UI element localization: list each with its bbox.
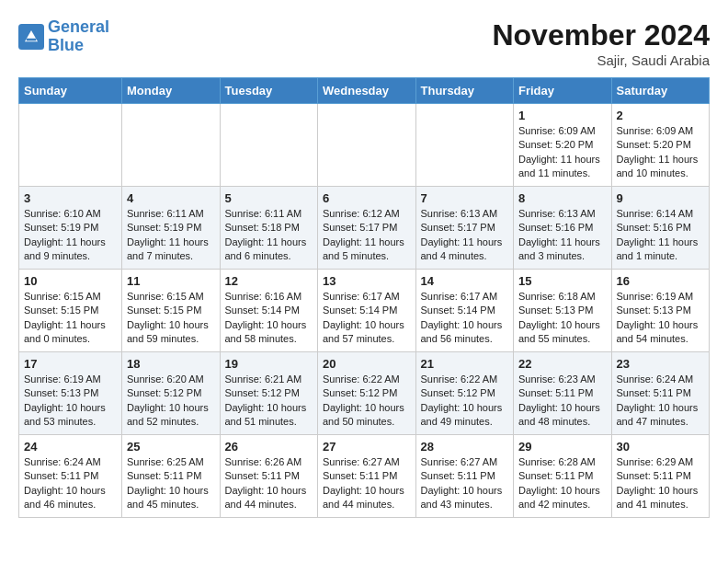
day-info: Sunrise: 6:19 AM (24, 373, 117, 386)
day-info: Sunset: 5:11 PM (518, 469, 607, 483)
day-info: Sunset: 5:20 PM (617, 138, 705, 152)
day-info: Daylight: 10 hours and 57 minutes. (323, 318, 411, 347)
title-block: November 2024 Sajir, Saudi Arabia (492, 18, 710, 68)
day-info: Daylight: 10 hours and 59 minutes. (127, 318, 215, 347)
day-number: 28 (421, 440, 509, 454)
day-info: Sunset: 5:11 PM (24, 469, 117, 483)
day-info: Daylight: 10 hours and 47 minutes. (617, 401, 705, 430)
day-info: Sunset: 5:11 PM (421, 469, 509, 483)
calendar-cell: 21Sunrise: 6:22 AMSunset: 5:12 PMDayligh… (415, 352, 514, 435)
day-info: Daylight: 11 hours and 7 minutes. (127, 236, 215, 264)
day-number: 26 (225, 440, 313, 454)
day-info: Sunset: 5:11 PM (617, 386, 705, 400)
calendar-cell: 2Sunrise: 6:09 AMSunset: 5:20 PMDaylight… (611, 104, 710, 187)
day-info: Sunrise: 6:21 AM (225, 373, 313, 386)
calendar-cell: 19Sunrise: 6:21 AMSunset: 5:12 PMDayligh… (220, 352, 318, 435)
day-info: Sunrise: 6:14 AM (617, 207, 705, 221)
logo: GeneralBlue (18, 18, 109, 55)
day-info: Daylight: 11 hours and 11 minutes. (518, 153, 607, 181)
day-info: Sunrise: 6:26 AM (225, 455, 313, 469)
day-info: Sunset: 5:11 PM (225, 469, 313, 483)
day-info: Daylight: 10 hours and 43 minutes. (421, 484, 509, 512)
day-info: Sunset: 5:15 PM (24, 304, 117, 317)
day-info: Sunset: 5:12 PM (421, 386, 509, 400)
day-number: 14 (421, 274, 509, 288)
day-info: Daylight: 11 hours and 10 minutes. (617, 153, 705, 181)
day-info: Daylight: 10 hours and 53 minutes. (24, 401, 117, 430)
calendar-cell: 15Sunrise: 6:18 AMSunset: 5:13 PMDayligh… (514, 270, 612, 352)
day-number: 25 (127, 440, 215, 454)
day-info: Sunset: 5:19 PM (127, 221, 215, 235)
day-number: 10 (24, 274, 117, 288)
calendar-cell: 29Sunrise: 6:28 AMSunset: 5:11 PMDayligh… (514, 435, 612, 518)
day-number: 9 (617, 191, 705, 205)
day-number: 24 (24, 440, 117, 454)
day-number: 20 (323, 357, 411, 371)
day-info: Sunrise: 6:25 AM (127, 455, 215, 469)
day-info: Sunrise: 6:11 AM (127, 207, 215, 221)
day-info: Sunrise: 6:16 AM (225, 290, 313, 304)
calendar-row-4: 24Sunrise: 6:24 AMSunset: 5:11 PMDayligh… (19, 435, 710, 518)
day-info: Sunrise: 6:28 AM (518, 455, 607, 469)
day-number: 21 (421, 357, 509, 371)
day-info: Sunset: 5:16 PM (617, 221, 705, 235)
col-thursday: Thursday (415, 78, 514, 104)
day-info: Sunset: 5:12 PM (323, 386, 411, 400)
day-number: 11 (127, 274, 215, 288)
calendar-cell: 1Sunrise: 6:09 AMSunset: 5:20 PMDaylight… (514, 104, 612, 187)
day-info: Sunset: 5:20 PM (518, 138, 607, 152)
day-info: Sunrise: 6:13 AM (421, 207, 509, 221)
calendar-cell: 16Sunrise: 6:19 AMSunset: 5:13 PMDayligh… (611, 270, 710, 352)
day-info: Sunset: 5:19 PM (24, 221, 117, 235)
day-info: Daylight: 10 hours and 58 minutes. (225, 318, 313, 347)
col-saturday: Saturday (611, 78, 710, 104)
day-info: Sunrise: 6:24 AM (24, 455, 117, 469)
day-number: 19 (225, 357, 313, 371)
day-info: Sunset: 5:18 PM (225, 221, 313, 235)
svg-rect-2 (27, 39, 37, 41)
calendar-cell: 18Sunrise: 6:20 AMSunset: 5:12 PMDayligh… (122, 352, 221, 435)
day-info: Sunset: 5:14 PM (421, 304, 509, 317)
day-info: Sunrise: 6:15 AM (24, 290, 117, 304)
day-number: 2 (617, 109, 705, 122)
day-info: Sunrise: 6:22 AM (421, 373, 509, 386)
calendar-cell (415, 104, 514, 187)
calendar-cell: 4Sunrise: 6:11 AMSunset: 5:19 PMDaylight… (122, 187, 221, 270)
day-info: Sunrise: 6:17 AM (323, 290, 411, 304)
day-info: Daylight: 10 hours and 45 minutes. (127, 484, 215, 512)
calendar-cell: 28Sunrise: 6:27 AMSunset: 5:11 PMDayligh… (415, 435, 514, 518)
col-sunday: Sunday (19, 78, 122, 104)
day-info: Sunset: 5:12 PM (225, 386, 313, 400)
day-info: Daylight: 10 hours and 49 minutes. (421, 401, 509, 430)
day-number: 27 (323, 440, 411, 454)
day-info: Sunrise: 6:17 AM (421, 290, 509, 304)
calendar-cell (318, 104, 416, 187)
day-info: Daylight: 10 hours and 50 minutes. (323, 401, 411, 430)
calendar-cell: 27Sunrise: 6:27 AMSunset: 5:11 PMDayligh… (318, 435, 416, 518)
calendar-cell: 25Sunrise: 6:25 AMSunset: 5:11 PMDayligh… (122, 435, 221, 518)
day-info: Sunrise: 6:18 AM (518, 290, 607, 304)
col-wednesday: Wednesday (318, 78, 416, 104)
day-number: 15 (518, 274, 607, 288)
calendar-cell: 17Sunrise: 6:19 AMSunset: 5:13 PMDayligh… (19, 352, 122, 435)
day-number: 18 (127, 357, 215, 371)
calendar-row-2: 10Sunrise: 6:15 AMSunset: 5:15 PMDayligh… (19, 270, 710, 352)
calendar-cell (19, 104, 122, 187)
day-info: Sunset: 5:17 PM (323, 221, 411, 235)
day-info: Sunrise: 6:19 AM (617, 290, 705, 304)
day-info: Daylight: 11 hours and 4 minutes. (421, 236, 509, 264)
calendar-cell (220, 104, 318, 187)
day-number: 3 (24, 191, 117, 205)
day-number: 8 (518, 191, 607, 205)
day-number: 1 (518, 109, 607, 122)
day-info: Sunset: 5:14 PM (323, 304, 411, 317)
day-info: Sunrise: 6:09 AM (518, 124, 607, 138)
day-number: 30 (617, 440, 705, 454)
page-header: GeneralBlue November 2024 Sajir, Saudi A… (18, 18, 710, 68)
calendar-cell: 8Sunrise: 6:13 AMSunset: 5:16 PMDaylight… (514, 187, 612, 270)
col-friday: Friday (514, 78, 612, 104)
day-info: Daylight: 10 hours and 42 minutes. (518, 484, 607, 512)
calendar-cell: 26Sunrise: 6:26 AMSunset: 5:11 PMDayligh… (220, 435, 318, 518)
calendar-cell: 5Sunrise: 6:11 AMSunset: 5:18 PMDaylight… (220, 187, 318, 270)
calendar-cell: 3Sunrise: 6:10 AMSunset: 5:19 PMDaylight… (19, 187, 122, 270)
